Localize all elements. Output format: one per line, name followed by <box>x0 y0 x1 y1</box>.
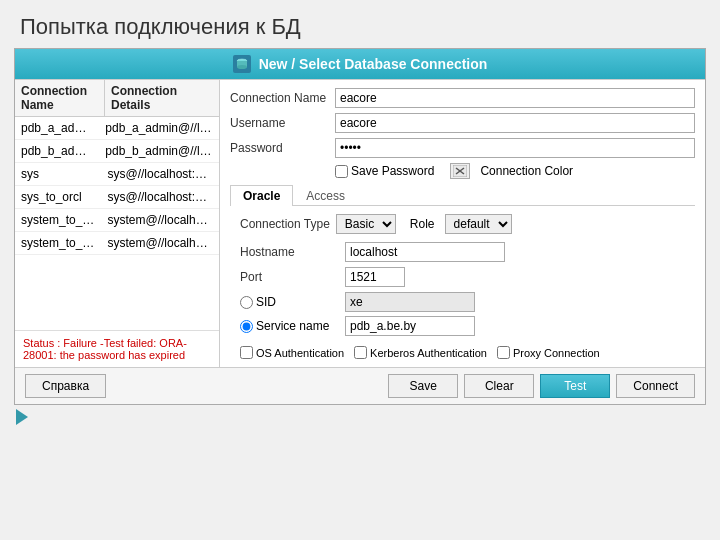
service-name-input[interactable] <box>345 316 475 336</box>
db-icon <box>233 55 251 73</box>
table-row[interactable]: system_to_orcl system@//localhost:... <box>15 209 219 232</box>
dialog-window: New / Select Database Connection Connect… <box>14 48 706 405</box>
sid-label: SID <box>256 295 276 309</box>
password-input[interactable] <box>335 138 695 158</box>
conn-row-name: system_to_pdb_a <box>15 234 101 252</box>
service-name-radio[interactable] <box>240 320 253 333</box>
proxy-conn-checkbox-wrap: Proxy Connection <box>497 346 600 359</box>
kerberos-auth-checkbox[interactable] <box>354 346 367 359</box>
connection-type-select[interactable]: Basic <box>336 214 396 234</box>
os-auth-label: OS Authentication <box>256 347 344 359</box>
conn-row-details: system@//localhost:... <box>101 211 219 229</box>
clear-button[interactable]: Clear <box>464 374 534 398</box>
conn-form-panel: Connection Name Username Password Save P… <box>220 80 705 367</box>
conn-row-details: pdb_b_admin@//loca... <box>99 142 219 160</box>
service-name-spacer: Service name <box>240 319 345 333</box>
page-title: Попытка подключения к БД <box>0 0 720 48</box>
conn-row-name: system_to_orcl <box>15 211 101 229</box>
test-button[interactable]: Test <box>540 374 610 398</box>
conn-details-header: Connection Details <box>105 80 219 116</box>
conn-row-details: sys@//localhost:152... <box>101 165 219 183</box>
connection-name-input[interactable] <box>335 88 695 108</box>
tab-oracle[interactable]: Oracle <box>230 185 293 206</box>
dialog-footer: Справка Save Clear Test Connect <box>15 367 705 404</box>
service-name-label: Service name <box>256 319 329 333</box>
table-row[interactable]: sys sys@//localhost:152... <box>15 163 219 186</box>
port-input[interactable] <box>345 267 405 287</box>
conn-row-details: sys@//localhost:152... <box>101 188 219 206</box>
os-auth-checkbox-wrap: OS Authentication <box>240 346 344 359</box>
hostname-row: Hostname <box>240 242 695 262</box>
auth-row: OS Authentication Kerberos Authenticatio… <box>240 346 695 359</box>
username-row: Username <box>230 113 695 133</box>
password-row: Password <box>230 138 695 158</box>
connection-name-label: Connection Name <box>230 91 335 105</box>
table-row[interactable]: sys_to_orcl sys@//localhost:152... <box>15 186 219 209</box>
tab-access[interactable]: Access <box>293 185 358 206</box>
footer-right-buttons: Save Clear Test Connect <box>388 374 695 398</box>
save-password-checkbox[interactable] <box>335 165 348 178</box>
play-indicator <box>16 409 28 425</box>
connection-color-box[interactable] <box>450 163 470 179</box>
conn-row-name: pdb_b_admin_to_pd... <box>15 142 99 160</box>
conn-list-rows: pdb_a_admin_to_pd... pdb_a_admin@//loca.… <box>15 117 219 328</box>
connect-button[interactable]: Connect <box>616 374 695 398</box>
role-label: Role <box>410 217 435 231</box>
dialog-header: New / Select Database Connection <box>15 49 705 79</box>
username-input[interactable] <box>335 113 695 133</box>
dialog-body: Connection Name Connection Details pdb_a… <box>15 79 705 367</box>
table-row[interactable]: pdb_b_admin_to_pd... pdb_b_admin@//loca.… <box>15 140 219 163</box>
conn-row-name: sys_to_orcl <box>15 188 101 206</box>
conn-row-name: pdb_a_admin_to_pd... <box>15 119 99 137</box>
conn-list-header: Connection Name Connection Details <box>15 80 219 117</box>
role-select[interactable]: default <box>445 214 512 234</box>
table-row[interactable]: pdb_a_admin_to_pd... pdb_a_admin@//loca.… <box>15 117 219 140</box>
connection-name-row: Connection Name <box>230 88 695 108</box>
conn-row-name: sys <box>15 165 101 183</box>
save-password-label: Save Password <box>351 164 434 178</box>
sid-row: SID <box>240 292 695 312</box>
save-password-checkbox-wrap: Save Password <box>335 164 434 178</box>
status-bar: Status : Failure -Test failed: ORA-28001… <box>15 330 219 367</box>
sid-spacer: SID <box>240 295 345 309</box>
proxy-conn-checkbox[interactable] <box>497 346 510 359</box>
os-auth-checkbox[interactable] <box>240 346 253 359</box>
connection-list-panel: Connection Name Connection Details pdb_a… <box>15 80 220 367</box>
connection-type-label: Connection Type <box>240 217 330 231</box>
conn-row-details: pdb_a_admin@//loca... <box>99 119 219 137</box>
port-row: Port <box>240 267 695 287</box>
port-label: Port <box>240 270 345 284</box>
svg-point-2 <box>237 65 247 69</box>
sid-input[interactable] <box>345 292 475 312</box>
help-button[interactable]: Справка <box>25 374 106 398</box>
save-password-row: Save Password Connection Color <box>335 163 695 179</box>
hostname-input[interactable] <box>345 242 505 262</box>
table-row[interactable]: system_to_pdb_a system@//localhost:... <box>15 232 219 255</box>
connection-color-label: Connection Color <box>480 164 573 178</box>
hostname-label: Hostname <box>240 245 345 259</box>
password-label: Password <box>230 141 335 155</box>
save-button[interactable]: Save <box>388 374 458 398</box>
dialog-title: New / Select Database Connection <box>259 56 488 72</box>
conn-row-details: system@//localhost:... <box>101 234 219 252</box>
kerberos-auth-checkbox-wrap: Kerberos Authentication <box>354 346 487 359</box>
service-name-row: Service name <box>240 316 695 336</box>
kerberos-auth-label: Kerberos Authentication <box>370 347 487 359</box>
username-label: Username <box>230 116 335 130</box>
connection-type-row: Connection Type Basic Role default <box>240 214 695 234</box>
conn-name-header: Connection Name <box>15 80 105 116</box>
proxy-conn-label: Proxy Connection <box>513 347 600 359</box>
sid-radio[interactable] <box>240 296 253 309</box>
tabs-row: Oracle Access <box>230 185 695 206</box>
